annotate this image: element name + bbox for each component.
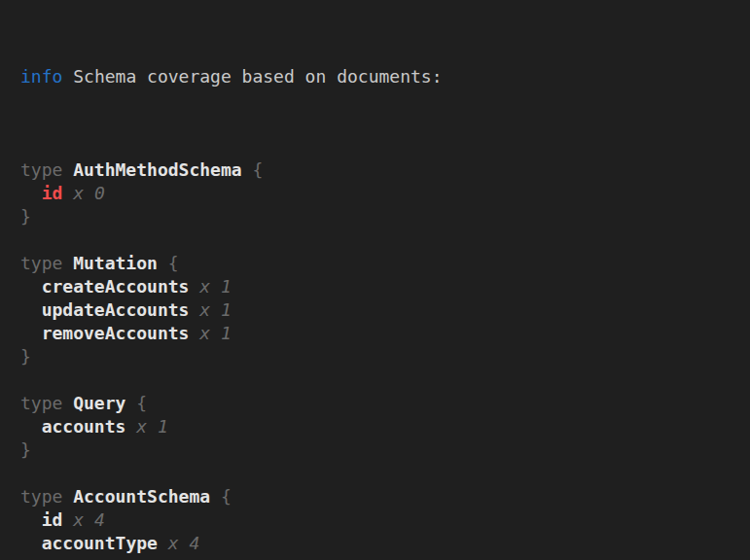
field-hit-count: x 4 — [158, 556, 199, 560]
field-name: accountName — [42, 556, 158, 560]
info-message: Schema coverage based on documents: — [73, 66, 442, 87]
close-brace: } — [20, 346, 31, 367]
field-indent — [20, 416, 42, 437]
type-name: Query — [73, 393, 125, 413]
type-declaration-line: type Query { — [20, 392, 740, 415]
field-line: id x 4 — [20, 508, 740, 532]
info-line: info Schema coverage based on documents: — [20, 65, 740, 88]
closing-brace-line: } — [20, 438, 740, 462]
type-keyword: type — [20, 393, 73, 413]
field-hit-count: x 1 — [125, 416, 167, 437]
field-indent — [20, 509, 42, 530]
type-declaration-line: type AccountSchema { — [20, 485, 740, 508]
type-name: Mutation — [73, 253, 158, 273]
closing-brace-line: } — [20, 345, 740, 368]
info-label: info — [20, 66, 62, 87]
field-indent — [20, 299, 42, 320]
type-declaration-line: type Mutation { — [20, 252, 740, 275]
close-brace: } — [20, 206, 31, 227]
field-hit-count: x 1 — [189, 323, 231, 343]
field-indent — [20, 276, 42, 297]
field-line: accounts x 1 — [20, 415, 740, 438]
open-brace: { — [242, 159, 264, 180]
field-name: accounts — [42, 416, 126, 437]
field-indent — [20, 556, 42, 560]
field-line: updateAccounts x 1 — [20, 298, 740, 322]
field-hit-count: x 4 — [158, 533, 199, 553]
field-line: removeAccounts x 1 — [20, 322, 740, 345]
field-line: id x 0 — [20, 182, 740, 205]
closing-brace-line: } — [20, 205, 740, 228]
type-name: AccountSchema — [73, 486, 210, 507]
field-indent — [20, 533, 42, 553]
field-name: createAccounts — [42, 276, 190, 297]
type-keyword: type — [20, 253, 73, 273]
field-hit-count: x 4 — [62, 509, 104, 530]
close-brace: } — [20, 439, 31, 460]
type-keyword: type — [20, 159, 73, 180]
type-declaration-line: type AuthMethodSchema { — [20, 158, 740, 182]
field-name: updateAccounts — [42, 299, 190, 320]
type-block: type Query { accounts x 1} — [20, 392, 740, 462]
field-line: accountName x 4 — [20, 555, 740, 560]
field-name: accountType — [42, 533, 158, 553]
field-name: removeAccounts — [42, 323, 190, 343]
info-spacer — [62, 66, 73, 87]
type-keyword: type — [20, 486, 73, 507]
open-brace: { — [125, 393, 147, 413]
field-indent — [20, 183, 42, 203]
open-brace: { — [210, 486, 232, 507]
field-hit-count: x 1 — [189, 299, 231, 320]
type-block: type Mutation { createAccounts x 1 updat… — [20, 252, 740, 368]
field-hit-count: x 0 — [62, 183, 104, 203]
type-block: type AuthMethodSchema { id x 0} — [20, 158, 740, 228]
coverage-blocks: type AuthMethodSchema { id x 0}type Muta… — [20, 158, 740, 560]
field-name: id — [42, 183, 63, 203]
type-block: type AccountSchema { id x 4 accountType … — [20, 485, 740, 560]
field-name: id — [42, 509, 63, 530]
field-indent — [20, 323, 42, 343]
terminal-output[interactable]: info Schema coverage based on documents:… — [0, 0, 750, 560]
field-line: accountType x 4 — [20, 532, 740, 555]
field-line: createAccounts x 1 — [20, 275, 740, 298]
field-hit-count: x 1 — [189, 276, 231, 297]
open-brace: { — [158, 253, 179, 273]
type-name: AuthMethodSchema — [73, 159, 241, 180]
